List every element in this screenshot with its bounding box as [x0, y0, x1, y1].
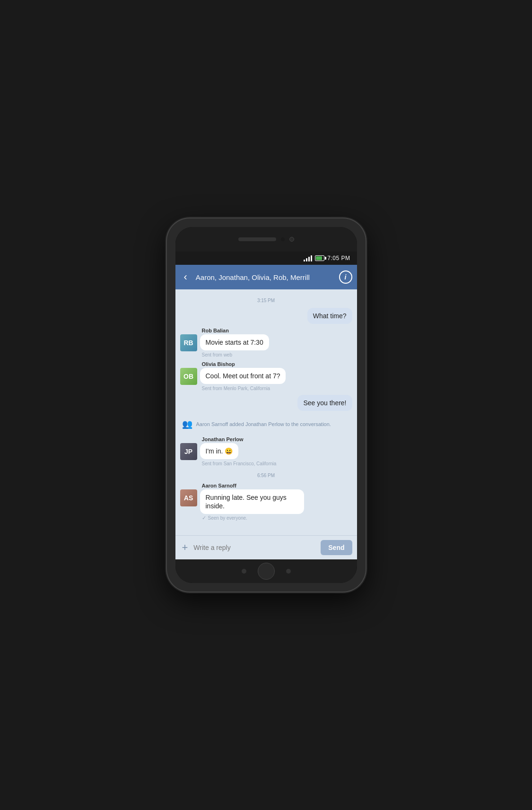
speaker-grille [238, 237, 276, 241]
battery-icon [315, 255, 324, 261]
message-group-aaron: Aaron Sarnoff AS Running late. See you g… [180, 483, 352, 521]
message-group-jonathan: Jonathan Perlow JP I'm in. 😀 Sent from S… [180, 436, 352, 466]
chat-area: 3:15 PM What time? Rob Balian RB Movi [175, 289, 357, 535]
phone-inner: 7:05 PM ‹ Aaron, Jonathan, Olivia, Rob, … [175, 227, 357, 583]
message-group-1: What time? [180, 308, 352, 324]
chat-toolbar: ‹ Aaron, Jonathan, Olivia, Rob, Merrill … [175, 265, 357, 289]
back-button[interactable]: ‹ [180, 269, 191, 285]
bubble-row-jonathan: JP I'm in. 😀 [180, 443, 352, 460]
avatar-olivia: OB [180, 368, 197, 385]
bottom-hardware [175, 559, 357, 583]
info-button[interactable]: i [339, 270, 352, 284]
bubble-seeyou: See you there! [297, 395, 352, 411]
conversation-title: Aaron, Jonathan, Olivia, Rob, Merrill [196, 273, 334, 281]
attach-button[interactable]: + [180, 540, 190, 556]
bubble-row-rob: RB Movie starts at 7:30 [180, 334, 352, 351]
sender-olivia: Olivia Bishop [202, 361, 352, 367]
status-bar: 7:05 PM [175, 252, 357, 265]
phone-frame: 7:05 PM ‹ Aaron, Jonathan, Olivia, Rob, … [167, 218, 366, 592]
reply-input[interactable] [193, 544, 317, 551]
seen-indicator: ✓ Seen by everyone. [202, 515, 352, 521]
bubble-row-seeyou: See you there! [180, 395, 352, 411]
meta-jonathan: Sent from San Francisco, California [202, 461, 352, 466]
nav-back-btn [242, 569, 246, 574]
bubble-jonathan: I'm in. 😀 [200, 443, 239, 459]
system-message-added: 👥 Aaron Sarnoff added Jonathan Perlow to… [180, 415, 352, 434]
bubble-rob: Movie starts at 7:30 [200, 334, 269, 350]
message-group-seeyou: See you there! [180, 395, 352, 411]
meta-rob: Sent from web [202, 352, 352, 357]
input-area: + Send [175, 535, 357, 559]
send-button[interactable]: Send [321, 540, 352, 555]
meta-olivia: Sent from Menlo Park, California [202, 386, 352, 391]
message-group-olivia: Olivia Bishop OB Cool. Meet out front at… [180, 361, 352, 391]
sender-jonathan: Jonathan Perlow [202, 436, 352, 442]
sender-rob: Rob Balian [202, 328, 352, 333]
bubble-olivia: Cool. Meet out front at 7? [200, 368, 286, 384]
timestamp-2: 6:56 PM [180, 473, 352, 478]
status-time: 7:05 PM [327, 255, 350, 261]
nav-menu-btn [286, 569, 291, 574]
signal-icon [304, 255, 312, 261]
bubble-aaron: Running late. See you guys inside. [200, 489, 304, 514]
home-button [258, 563, 275, 580]
bubble-row-outgoing-1: What time? [180, 308, 352, 324]
timestamp-1: 3:15 PM [180, 298, 352, 303]
bubble-row-olivia: OB Cool. Meet out front at 7? [180, 368, 352, 385]
avatar-aaron: AS [180, 489, 197, 506]
avatar-jonathan: JP [180, 443, 197, 460]
bubble-what-time: What time? [307, 308, 352, 324]
proximity-sensor [281, 237, 285, 241]
bubble-row-aaron: AS Running late. See you guys inside. [180, 489, 352, 514]
message-group-rob: Rob Balian RB Movie starts at 7:30 Sent … [180, 328, 352, 357]
top-hardware [175, 227, 357, 252]
avatar-rob: RB [180, 334, 197, 351]
sender-aaron: Aaron Sarnoff [202, 483, 352, 488]
add-person-icon: 👥 [182, 418, 192, 430]
check-icon: ✓ [202, 515, 206, 521]
battery-fill [316, 256, 322, 260]
front-camera [289, 237, 294, 242]
